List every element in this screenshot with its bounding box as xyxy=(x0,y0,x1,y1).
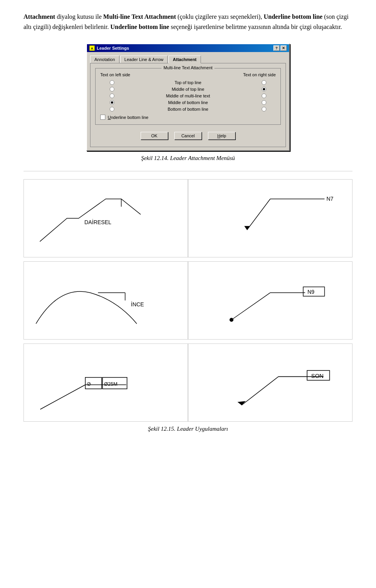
radio-circle-left-5[interactable] xyxy=(110,107,114,111)
attach-row-1: Top of top line xyxy=(100,80,276,85)
titlebar-left: A Leader Settings xyxy=(89,45,129,51)
app-icon: A xyxy=(89,45,95,51)
bold-multiline: Multi-line Text Attachment xyxy=(103,13,176,20)
svg-n7: N7 xyxy=(188,180,352,257)
sketch-n9: N9 xyxy=(188,261,352,340)
svg-symbol: ⊘ Ø25M xyxy=(24,344,188,422)
caption1: Şekil 12.14. Leader Attachment Menüsü xyxy=(24,155,352,162)
multiline-group: Multi-line Text Attachment Text on left … xyxy=(95,68,281,125)
dialog-container: A Leader Settings ? ✕ Annotation Leader … xyxy=(24,43,352,151)
radio-circle-right-5[interactable] xyxy=(262,107,266,111)
radio-left-3[interactable] xyxy=(100,94,124,98)
underline-row: Underline bottom line xyxy=(100,115,276,120)
radio-left-5[interactable] xyxy=(100,107,124,111)
radio-right-3[interactable] xyxy=(252,94,276,98)
radio-right-1[interactable] xyxy=(252,80,276,85)
radio-left-4[interactable] xyxy=(100,100,124,105)
radio-circle-right-1[interactable] xyxy=(262,80,266,85)
underline-checkbox[interactable] xyxy=(100,115,105,120)
sketches-bot: ⊘ Ø25M SON xyxy=(24,343,352,422)
radio-circle-right-3[interactable] xyxy=(262,94,266,98)
svg-dairesel: DAİRESEL xyxy=(24,180,188,257)
attach-headers: Text on left side Text on right side xyxy=(100,72,276,77)
tab-content: Multi-line Text Attachment Text on left … xyxy=(90,63,286,147)
svg-text:DAİRESEL: DAİRESEL xyxy=(85,219,112,225)
left-header: Text on left side xyxy=(100,72,130,77)
attach-label-5: Bottom of bottom line xyxy=(124,107,252,111)
radio-circle-right-2[interactable] xyxy=(262,87,266,92)
attach-label-2: Middle of top line xyxy=(124,87,252,92)
ok-button[interactable]: OK xyxy=(141,132,168,140)
tab-leader-line[interactable]: Leader Line & Arrow xyxy=(120,56,168,63)
radio-right-5[interactable] xyxy=(252,107,276,111)
svg-line-3 xyxy=(247,199,270,230)
svg-marker-4 xyxy=(244,226,250,230)
svg-text:İNCE: İNCE xyxy=(131,301,144,307)
tab-bar: Annotation Leader Line & Arrow Attachmen… xyxy=(90,55,286,63)
dialog-title: Leader Settings xyxy=(97,46,129,50)
titlebar-buttons[interactable]: ? ✕ xyxy=(273,45,287,51)
radio-circle-left-3[interactable] xyxy=(110,94,114,98)
radio-right-2[interactable] xyxy=(252,87,276,92)
divider1 xyxy=(24,171,352,171)
radio-circle-left-2[interactable] xyxy=(110,87,114,92)
sketches-mid: İNCE N9 xyxy=(24,261,352,340)
radio-left-1[interactable] xyxy=(100,80,124,85)
svg-text:SON: SON xyxy=(311,373,324,379)
sketch-son: SON xyxy=(188,343,352,422)
group-title: Multi-line Text Attachment xyxy=(161,65,214,70)
sketch-n7: N7 xyxy=(188,179,352,257)
help-button[interactable]: ? xyxy=(273,45,280,51)
radio-right-4[interactable] xyxy=(252,100,276,105)
bold-underline1: Underline bottom line xyxy=(264,13,322,20)
attach-row-5: Bottom of bottom line xyxy=(100,107,276,111)
dialog-buttons: OK Cancel Help xyxy=(95,129,281,142)
sketch-symbol: ⊘ Ø25M xyxy=(24,343,188,422)
main-paragraph: Attachment diyalog kutusu ile Multi-line… xyxy=(24,12,352,32)
attach-row-4: Middle of bottom line xyxy=(100,100,276,105)
radio-circle-left-1[interactable] xyxy=(110,80,114,85)
radio-circle-right-4[interactable] xyxy=(262,100,266,105)
svg-son: SON xyxy=(188,344,352,422)
svg-line-14 xyxy=(40,385,85,410)
right-header: Text on right side xyxy=(243,72,276,77)
svg-text:Ø25M: Ø25M xyxy=(104,381,118,387)
close-button[interactable]: ✕ xyxy=(280,45,287,51)
attach-row-3: Middle of multi-line text xyxy=(100,94,276,98)
svg-ince: İNCE xyxy=(24,262,188,339)
svg-text:N7: N7 xyxy=(327,196,334,202)
attach-label-1: Top of top line xyxy=(124,80,252,85)
sketch-dairesel: DAİRESEL xyxy=(24,179,188,257)
svg-text:⊘: ⊘ xyxy=(87,381,91,387)
radio-left-2[interactable] xyxy=(100,87,124,92)
attach-label-3: Middle of multi-line text xyxy=(124,94,252,98)
attach-row-2: Middle of top line xyxy=(100,87,276,92)
tab-attachment[interactable]: Attachment xyxy=(168,56,201,63)
svg-text:N9: N9 xyxy=(307,289,315,295)
svg-line-20 xyxy=(242,377,278,405)
dialog-titlebar: A Leader Settings ? ✕ xyxy=(87,44,289,52)
svg-n9: N9 xyxy=(188,262,352,339)
underline-label: Underline bottom line xyxy=(108,115,148,120)
svg-point-13 xyxy=(230,318,233,322)
sketch-ince: İNCE xyxy=(24,261,188,340)
dialog-content: Annotation Leader Line & Arrow Attachmen… xyxy=(87,52,289,150)
bold-underline2: Underline bottom line xyxy=(110,23,169,30)
sketches-top: DAİRESEL N7 xyxy=(24,179,352,257)
dialog-window: A Leader Settings ? ✕ Annotation Leader … xyxy=(86,43,290,151)
radio-circle-left-4[interactable] xyxy=(110,100,114,105)
tab-annotation[interactable]: Annotation xyxy=(90,56,119,63)
bold-attachment: Attachment xyxy=(24,13,55,20)
cancel-button[interactable]: Cancel xyxy=(174,132,202,140)
help-button-main[interactable]: Help xyxy=(208,132,235,140)
svg-line-9 xyxy=(231,293,270,320)
attach-label-4: Middle of bottom line xyxy=(124,100,252,105)
caption2: Şekil 12.15. Leader Uygulamaları xyxy=(24,426,352,432)
